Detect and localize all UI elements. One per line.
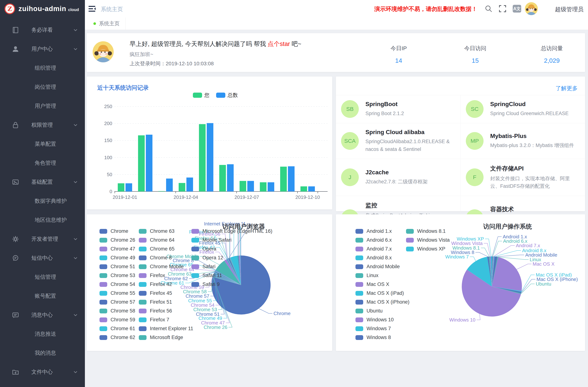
sidebar-item-文件中心[interactable]: 文件中心 — [0, 363, 85, 382]
bar-您-2019-12-07[interactable] — [240, 181, 246, 191]
legend-item-Chrome 8[interactable]: Chrome 8 — [139, 255, 172, 261]
legend-item-Chrome[interactable]: Chrome — [100, 228, 128, 234]
sidebar-item-消息推送[interactable]: 消息推送 — [0, 325, 85, 344]
legend-item-Windows 10[interactable]: Windows 10 — [356, 317, 394, 323]
sidebar-item-组织管理[interactable]: 组织管理 — [0, 59, 85, 78]
bar-总数-2019-12-05[interactable] — [207, 123, 213, 191]
legend-item-Opera[interactable]: Opera — [191, 246, 216, 252]
bar-总数-2019-12-10[interactable] — [308, 186, 315, 191]
legend-item-Windows Vista[interactable]: Windows Vista — [406, 237, 450, 243]
legend-item-Chrome 65[interactable]: Chrome 65 — [139, 246, 175, 252]
sidebar-item-地区信息维护[interactable]: 地区信息维护 — [0, 210, 85, 229]
legend-item-Chrome 64[interactable]: Chrome 64 — [139, 237, 175, 243]
search-icon[interactable] — [485, 5, 492, 13]
legend-item-Mobile Safari[interactable]: Mobile Safari — [191, 237, 232, 243]
legend-item-Ubuntu[interactable]: Ubuntu — [356, 308, 383, 314]
sidebar-item-短信中心[interactable]: 短信中心 — [0, 248, 85, 267]
tab-home[interactable]: 系统主页 — [85, 18, 126, 30]
bar-总数-2019-12-04[interactable] — [186, 178, 193, 191]
bar-总数-2019-12-01[interactable] — [126, 183, 132, 191]
bar-您-2019-12-05[interactable] — [199, 124, 206, 191]
legend-item-Firefox 51[interactable]: Firefox 51 — [139, 299, 172, 305]
legend-item-Opera 12[interactable]: Opera 12 — [191, 255, 223, 261]
bar-总数-2019-12-08[interactable] — [268, 182, 274, 191]
sidebar-item-短信管理[interactable]: 短信管理 — [0, 267, 85, 286]
legend-item-Chrome 51[interactable]: Chrome 51 — [100, 264, 135, 269]
legend-item-Firefox 42[interactable]: Firefox 42 — [139, 282, 172, 287]
menu-fold-icon[interactable] — [88, 5, 96, 13]
sidebar-item-消息中心[interactable]: 消息中心 — [0, 306, 85, 325]
legend-item-Chrome 47[interactable]: Chrome 47 — [100, 246, 135, 252]
legend-item-Android Mobile[interactable]: Android Mobile — [356, 264, 400, 269]
bar-您-2019-12-02[interactable] — [138, 135, 145, 191]
translate-icon[interactable]: A文 — [513, 5, 521, 13]
legend-item-Windows XP[interactable]: Windows XP — [406, 246, 445, 252]
legend-item-Safari 11[interactable]: Safari 11 — [191, 273, 222, 278]
legend-item-Chrome 26[interactable]: Chrome 26 — [100, 237, 135, 243]
sidebar-item-开发者管理[interactable]: 开发者管理 — [0, 229, 85, 248]
legend-item-Chrome 49[interactable]: Chrome 49 — [100, 255, 135, 261]
bar-总数-2019-12-03[interactable] — [166, 179, 173, 191]
legend-item-Chrome 53[interactable]: Chrome 53 — [100, 273, 135, 278]
sidebar-item-用户中心[interactable]: 用户中心 — [0, 40, 85, 59]
legend-item-Firefox[interactable]: Firefox — [139, 273, 165, 278]
legend-item-Mac OS X (iPhone)[interactable]: Mac OS X (iPhone) — [356, 299, 410, 305]
legend-item-Firefox 7[interactable]: Firefox 7 — [139, 317, 169, 323]
legend-item-Microsoft Edge[interactable]: Microsoft Edge — [139, 335, 183, 340]
sidebar-item-数据字典维护[interactable]: 数据字典维护 — [0, 191, 85, 210]
breadcrumb[interactable]: 系统主页 — [101, 5, 123, 13]
legend-item-Mac OS X (iPad)[interactable]: Mac OS X (iPad) — [356, 290, 404, 296]
bar-总数-2019-12-07[interactable] — [247, 181, 254, 191]
legend-item-Chrome 61[interactable]: Chrome 61 — [100, 326, 135, 331]
legend-item-Android 7.x[interactable]: Android 7.x — [356, 246, 392, 252]
bar-您-2019-12-09[interactable] — [280, 166, 287, 191]
legend-item-Firefox 56[interactable]: Firefox 56 — [139, 308, 172, 314]
app-logo[interactable]: Z zuihou-admin cloud — [0, 0, 85, 18]
bar-总数-2019-12-09[interactable] — [288, 166, 294, 191]
legend-item-Chrome 62[interactable]: Chrome 62 — [100, 335, 135, 340]
bar-您-2019-12-08[interactable] — [260, 182, 267, 191]
legend-item-Android 6.x[interactable]: Android 6.x — [356, 237, 392, 243]
legend-item-Chrome 59[interactable]: Chrome 59 — [100, 317, 135, 323]
legend-item-Firefox 45[interactable]: Firefox 45 — [139, 290, 172, 296]
legend-item-Windows 8[interactable]: Windows 8 — [356, 335, 391, 340]
bar-您-2019-12-04[interactable] — [179, 183, 185, 191]
bar-总数-2019-12-06[interactable] — [227, 164, 234, 191]
sidebar-item-基础配置[interactable]: 基础配置 — [0, 172, 85, 191]
legend-item-Safari[interactable]: Safari — [191, 264, 216, 269]
legend-item-Chrome 55[interactable]: Chrome 55 — [100, 290, 135, 296]
sidebar-item-岗位管理[interactable]: 岗位管理 — [0, 78, 85, 97]
sidebar-item-务必详看[interactable]: 务必详看 — [0, 20, 85, 40]
learn-more-link[interactable]: 了解更多 — [556, 85, 578, 92]
legend-item-Windows 8.1[interactable]: Windows 8.1 — [406, 228, 446, 234]
bar-您-2019-12-06[interactable] — [219, 165, 226, 191]
tech-item-Spring Cloud alibaba: SCASpring Cloud alibabaSpringCloudAlibab… — [336, 123, 461, 159]
sidebar-item-用户管理[interactable]: 用户管理 — [0, 97, 85, 116]
legend-item-Chrome 58[interactable]: Chrome 58 — [100, 308, 135, 314]
legend-item-Android 1.x[interactable]: Android 1.x — [356, 228, 392, 234]
sidebar-item-菜单配置[interactable]: 菜单配置 — [0, 134, 85, 153]
sidebar-item-角色管理[interactable]: 角色管理 — [0, 153, 85, 172]
legend-item-Internet Explorer 11[interactable]: Internet Explorer 11 — [139, 326, 193, 331]
user-avatar[interactable] — [525, 2, 538, 15]
sidebar-item-我的消息[interactable]: 我的消息 — [0, 344, 85, 363]
legend-item-Chrome 57[interactable]: Chrome 57 — [100, 299, 135, 305]
legend-item-Chrome Mobile[interactable]: Chrome Mobile — [139, 264, 184, 269]
bar-您-2019-12-10[interactable] — [300, 186, 307, 191]
legend-item-Safari 9[interactable]: Safari 9 — [191, 282, 220, 287]
sidebar-item-权限管理[interactable]: 权限管理 — [0, 116, 85, 134]
bar-您-2019-12-01[interactable] — [118, 183, 124, 191]
legend-item-Chrome 54[interactable]: Chrome 54 — [100, 282, 135, 287]
bar-您-2019-12-03[interactable] — [158, 191, 165, 191]
legend-item-Chrome 63[interactable]: Chrome 63 — [139, 228, 175, 234]
legend-item-Linux[interactable]: Linux — [356, 273, 378, 278]
fullscreen-icon[interactable] — [499, 5, 506, 13]
bar-总数-2019-12-02[interactable] — [146, 135, 152, 191]
star-link[interactable]: 点个star — [268, 41, 290, 47]
legend-item-Windows 7[interactable]: Windows 7 — [356, 326, 391, 331]
sidebar-item-账号配置[interactable]: 账号配置 — [0, 286, 85, 306]
legend-item-Mac OS X[interactable]: Mac OS X — [356, 282, 389, 287]
tech-item-SpringBoot: SBSpringBootSpring Boot 2.1.2 — [336, 95, 461, 123]
username-label[interactable]: 超级管理员 — [555, 5, 584, 13]
legend-item-Android 8.x[interactable]: Android 8.x — [356, 255, 392, 261]
